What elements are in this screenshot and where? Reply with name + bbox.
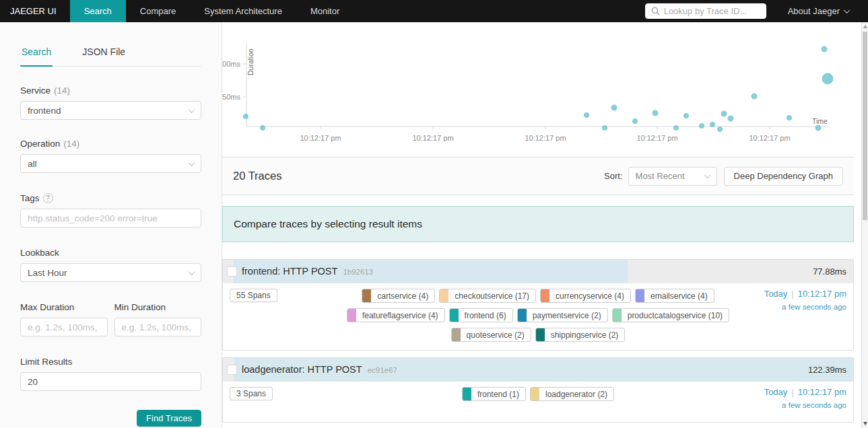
sort-select[interactable]: Most Recent bbox=[628, 167, 717, 186]
trace-result-item[interactable]: frontend: HTTP POST1b9261377.88ms55 Span… bbox=[222, 259, 854, 351]
trace-date-time: Today|10:12:17 pm bbox=[764, 387, 846, 397]
svg-text:10:12:17 pm: 10:12:17 pm bbox=[749, 134, 790, 142]
nav-item-monitor[interactable]: Monitor bbox=[296, 0, 354, 22]
trace-time[interactable]: 10:12:17 pm bbox=[798, 289, 846, 299]
nav-item-compare[interactable]: Compare bbox=[126, 0, 190, 22]
page-layout: SearchJSON File Service (14) frontend Op… bbox=[0, 22, 868, 428]
service-color-block bbox=[536, 328, 545, 341]
help-icon[interactable]: ? bbox=[43, 193, 53, 203]
chevron-down-icon bbox=[704, 172, 710, 178]
service-color-block bbox=[531, 388, 539, 400]
service-tag-frontend-1: frontend (1) bbox=[462, 387, 526, 401]
duration-scatter-chart[interactable]: 100ms50ms10:12:17 pm10:12:17 pm10:12:17 … bbox=[222, 22, 854, 157]
trace-select-checkbox[interactable] bbox=[227, 365, 237, 375]
service-tag-quoteservice-2: quoteservice (2) bbox=[451, 328, 531, 342]
min-duration-input[interactable] bbox=[114, 318, 202, 336]
trace-duration-value: 122.39ms bbox=[808, 358, 846, 382]
trace-result-header[interactable]: frontend: HTTP POST1b9261377.88ms bbox=[223, 260, 853, 283]
trace-lookup-box[interactable] bbox=[645, 3, 766, 19]
service-tag-label: productcatalogservice (10) bbox=[622, 309, 729, 322]
service-tag-label: frontend (1) bbox=[471, 388, 525, 400]
service-tag-label: shippingservice (2) bbox=[545, 328, 625, 341]
service-color-block bbox=[613, 309, 622, 322]
separator: | bbox=[791, 387, 793, 397]
trace-result-header[interactable]: loadgenerator: HTTP POSTec91e67122.39ms bbox=[223, 358, 853, 382]
page-scrollbar[interactable] bbox=[861, 22, 868, 428]
trace-date[interactable]: Today bbox=[764, 387, 788, 397]
service-count: (14) bbox=[54, 85, 70, 96]
scrollbar-up-icon[interactable] bbox=[863, 25, 867, 28]
tags-input[interactable] bbox=[20, 209, 201, 227]
trace-id: ec91e67 bbox=[368, 366, 397, 374]
operation-label: Operation (14) bbox=[20, 139, 201, 149]
service-tag-checkoutservice-17: checkoutservice (17) bbox=[439, 289, 536, 303]
svg-text:10:12:17 pm: 10:12:17 pm bbox=[300, 134, 341, 142]
operation-count: (14) bbox=[63, 139, 79, 149]
scatter-plot-svg: 100ms50ms10:12:17 pm10:12:17 pm10:12:17 … bbox=[222, 34, 854, 155]
results-header: 20 Traces Sort: Most Recent Deep Depende… bbox=[222, 157, 854, 195]
service-tag-shippingservice-2: shippingservice (2) bbox=[535, 328, 626, 342]
nav-item-search[interactable]: Search bbox=[70, 0, 126, 22]
find-traces-button[interactable]: Find Traces bbox=[137, 410, 201, 427]
navbar-items: SearchCompareSystem ArchitectureMonitor bbox=[70, 0, 354, 22]
limit-group: Limit Results bbox=[20, 357, 201, 391]
max-duration-group: Max Duration bbox=[20, 302, 108, 336]
navbar-right: About Jaeger bbox=[645, 0, 868, 22]
nav-item-system-architecture[interactable]: System Architecture bbox=[190, 0, 296, 22]
service-color-block bbox=[463, 388, 471, 400]
operation-select-value: all bbox=[28, 159, 37, 169]
svg-text:10:12:17 pm: 10:12:17 pm bbox=[636, 134, 677, 142]
trace-result-item[interactable]: loadgenerator: HTTP POSTec91e67122.39ms3… bbox=[222, 357, 854, 423]
service-tag-label: paymentservice (2) bbox=[527, 309, 607, 322]
limit-input[interactable] bbox=[20, 372, 201, 391]
service-tag-emailservice-4: emailservice (4) bbox=[635, 289, 714, 303]
about-jaeger-label: About Jaeger bbox=[788, 6, 840, 16]
chevron-down-icon bbox=[189, 159, 195, 166]
service-tag-paymentservice-2: paymentservice (2) bbox=[517, 308, 608, 322]
service-tag-productcatalogservice-10: productcatalogservice (10) bbox=[612, 308, 729, 322]
service-tag-label: checkoutservice (17) bbox=[448, 289, 535, 302]
deep-dependency-graph-button[interactable]: Deep Dependency Graph bbox=[724, 167, 843, 186]
app-brand[interactable]: JAEGER UI bbox=[0, 0, 70, 22]
svg-text:10:12:17 pm: 10:12:17 pm bbox=[525, 134, 566, 142]
trace-result-body: 3 Spansfrontend (1)loadgenerator (2)Toda… bbox=[223, 382, 853, 422]
search-icon bbox=[651, 7, 660, 15]
trace-lookup-input[interactable] bbox=[664, 6, 760, 16]
trace-timestamp: Today|10:12:17 pma few seconds ago bbox=[764, 289, 846, 311]
service-tag-label: quoteservice (2) bbox=[461, 328, 531, 341]
tags-group: Tags ? bbox=[20, 193, 201, 227]
about-jaeger-menu[interactable]: About Jaeger bbox=[788, 6, 849, 16]
separator: | bbox=[791, 289, 793, 299]
scrollbar-thumb[interactable] bbox=[863, 32, 867, 220]
operation-select[interactable]: all bbox=[20, 154, 201, 173]
span-count-pill: 55 Spans bbox=[230, 289, 277, 302]
lookback-label: Lookback bbox=[20, 248, 201, 258]
service-tag-label: emailservice (4) bbox=[644, 289, 714, 302]
scrollbar-down-icon[interactable] bbox=[863, 422, 867, 425]
sidebar-tab-json-file[interactable]: JSON File bbox=[81, 42, 127, 66]
lookback-select[interactable]: Last Hour bbox=[20, 263, 201, 282]
service-tag-label: frontend (6) bbox=[459, 309, 512, 322]
service-tag-label: cartservice (4) bbox=[371, 289, 434, 302]
lookback-group: Lookback Last Hour bbox=[20, 248, 201, 282]
trace-relative-time: a few seconds ago bbox=[764, 401, 846, 409]
sidebar-tab-search[interactable]: Search bbox=[20, 42, 53, 67]
trace-select-checkbox[interactable] bbox=[227, 266, 237, 277]
compare-banner-text: Compare traces by selecting result items bbox=[234, 218, 422, 230]
service-label-text: Service bbox=[20, 85, 51, 96]
max-duration-input[interactable] bbox=[20, 318, 108, 336]
operation-group: Operation (14) all bbox=[20, 139, 201, 173]
service-tag-label: featureflagservice (4) bbox=[356, 309, 444, 322]
trace-relative-time: a few seconds ago bbox=[764, 303, 846, 311]
service-color-block bbox=[636, 289, 644, 302]
service-color-block bbox=[518, 309, 527, 322]
trace-time[interactable]: 10:12:17 pm bbox=[798, 387, 846, 397]
trace-date-time: Today|10:12:17 pm bbox=[764, 289, 846, 299]
trace-id: 1b92613 bbox=[343, 268, 373, 276]
results-count: 20 Traces bbox=[233, 170, 281, 182]
svg-text:100ms: 100ms bbox=[222, 60, 240, 68]
service-select[interactable]: frontend bbox=[20, 101, 201, 120]
service-tag-currencyservice-4: currencyservice (4) bbox=[540, 289, 631, 303]
trace-title-text: frontend: HTTP POST bbox=[242, 266, 337, 277]
trace-date[interactable]: Today bbox=[764, 289, 788, 299]
